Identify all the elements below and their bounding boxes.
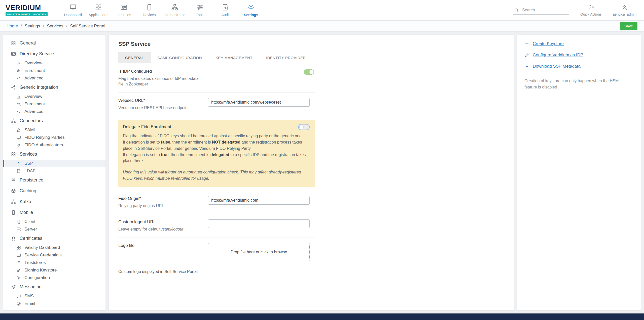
sidebar-item-signing-keystore[interactable]: Signing Keystore [3,266,105,274]
sidebar-item-ldap[interactable]: LDAP [3,167,105,175]
nav-tools[interactable]: Tools [187,0,213,20]
sidebar-item-ssp[interactable]: SSP [3,160,105,167]
nav-applications[interactable]: Applications [86,0,111,20]
grid-icon [95,4,102,11]
sidebar-item-sms[interactable]: SMS [3,292,105,300]
nav-dashboard[interactable]: Dashboard [60,0,86,20]
delegate-line-2: If delegation is set to false, then the … [123,139,311,152]
create-keystore-link[interactable]: Create Keystore [524,41,633,46]
nav-identities[interactable]: Identities [111,0,136,20]
idp-configured-toggle[interactable] [304,69,314,75]
breadcrumb-home[interactable]: Home [7,24,18,29]
field-row-is-idp-configured: Is IDP Configured Flag that indicates ex… [118,64,315,93]
sidebar-item-fido-relying-parties[interactable]: FIDO Relying Parties [3,134,105,141]
certificate-icon [11,236,16,241]
download-icon [524,64,529,69]
breadcrumb-bar: Home / Settings / Services / Self Servic… [0,21,644,32]
grid-icon [11,152,16,157]
chart-icon [16,94,21,99]
box-icon [11,188,16,194]
users-icon [16,68,21,73]
fido-origin-description: Relying party origins URL [118,203,203,209]
sidebar-section-certificates[interactable]: Certificates [3,233,105,244]
fido-origin-label: Fido Origin* [118,196,203,201]
ssp-service-panel: SSP Service GENERAL SAML CONFIGURATION K… [109,35,514,310]
sidebar-section-kafka[interactable]: Kafka [3,196,105,207]
custom-logout-input[interactable] [208,219,310,228]
chat-icon [16,294,21,299]
delegate-fido-toggle[interactable] [299,124,309,130]
sidebar-section-directory-service[interactable]: Directory Service [3,49,105,59]
sidebar-item-saml[interactable]: SAML [3,126,105,134]
sidebar-item-integration-overview[interactable]: Overview [3,93,105,100]
search-icon[interactable] [514,8,519,13]
server-icon [16,227,21,232]
logo-file-label: Logo file [118,243,203,248]
delegate-line-3: If delegation is set to true, then the e… [123,152,311,164]
nav-audit[interactable]: Audit [213,0,238,20]
quick-actions-button[interactable]: Quick Actions [580,4,602,16]
book-icon [16,169,21,173]
sidebar-item-email[interactable]: Email [3,300,105,307]
actions-panel: Create Keystore Configure Veridium as ID… [517,35,641,310]
sidebar-item-configuration[interactable]: Configuration [3,274,105,282]
fido-origin-input[interactable] [208,196,310,205]
nav-settings[interactable]: Settings [238,0,264,20]
search-input[interactable] [522,8,569,13]
websec-url-input[interactable] [208,98,310,107]
code-icon [16,109,21,114]
sidebar-item-integration-enrollment[interactable]: Enrollment [3,100,105,108]
sidebar-section-persistence[interactable]: Persistence [3,175,105,186]
sidebar-item-truststores[interactable]: Truststores [3,259,105,266]
sidebar-item-validity-dashboard[interactable]: Validity Dashboard [3,244,105,251]
sidebar-item-mobile-client[interactable]: Client [3,218,105,225]
breadcrumb-separator: / [66,24,67,29]
sidebar-item-directory-overview[interactable]: Overview [3,59,105,67]
phone-icon [146,4,153,11]
sidebar-item-directory-advanced[interactable]: Advanced [3,74,105,82]
breadcrumb-services[interactable]: Services [47,24,63,29]
list-icon [16,260,21,265]
sidebar-item-fido-authenticators[interactable]: FIDO Authenticators [3,141,105,149]
sidebar-section-messaging[interactable]: Messaging [3,282,105,292]
users-icon [16,102,21,107]
sidebar-item-directory-enrollment[interactable]: Enrollment [3,67,105,74]
configure-veridium-as-idp-link[interactable]: Configure Veridium as IDP [524,53,633,58]
ssp-tabs: GENERAL SAML CONFIGURATION KEY MANAGEMEN… [118,52,504,63]
user-icon [621,4,628,11]
sidebar-section-services[interactable]: Services [3,149,105,160]
sidebar-item-service-credentials[interactable]: Service Credentials [3,251,105,259]
main-nav: Dashboard Applications Identities Device… [60,0,264,20]
toggle-knob [309,70,314,74]
sidebar-section-mobile[interactable]: Mobile [3,207,105,218]
nav-devices[interactable]: Devices [136,0,162,20]
top-header: VERIDIUM TRUSTED DIGITAL IDENTITY Dashbo… [0,0,644,21]
save-button[interactable]: Save [620,22,637,30]
user-menu[interactable]: aencica_admin [613,4,636,16]
sidebar-item-integration-advanced[interactable]: Advanced [3,108,105,115]
footer-bar [0,313,644,320]
logo-file-dropzone[interactable]: Drop file here or click to browse [208,243,310,261]
breadcrumb-separator: / [43,24,44,29]
breadcrumb-settings[interactable]: Settings [25,24,40,29]
sidebar-section-generic-integration[interactable]: Generic Integration [3,82,105,93]
sidebar-section-connectors[interactable]: Connectors [3,115,105,126]
keystore-hsm-note: Creation of keystore can only happen whe… [524,78,630,90]
tab-identity-provider[interactable]: IDENTITY PROVIDER [259,52,312,63]
sliders-icon [196,4,204,11]
tab-key-management[interactable]: KEY MANAGEMENT [209,52,259,63]
field-row-websec-url: Websec URL* Veridium core REST API base … [118,93,315,116]
plus-icon [524,41,529,46]
tab-saml-configuration[interactable]: SAML CONFIGURATION [151,52,209,63]
sidebar-section-general[interactable]: General [3,38,105,49]
delegate-fido-enrollment-box: Delegate Fido Enrollment Flag that indic… [118,120,315,187]
download-ssp-metadata-link[interactable]: Download SSP Metadata [524,64,633,69]
general-settings-form: Is IDP Configured Flag that indicates ex… [118,64,315,274]
veridium-logo[interactable]: VERIDIUM TRUSTED DIGITAL IDENTITY [6,0,48,20]
nav-orchestrator[interactable]: Orchestrator [162,0,187,20]
username-label: aencica_admin [613,12,636,16]
key-icon [16,268,21,273]
sidebar-item-mobile-server[interactable]: Server [3,225,105,233]
tab-general[interactable]: GENERAL [118,52,151,63]
sidebar-section-caching[interactable]: Caching [3,186,105,196]
